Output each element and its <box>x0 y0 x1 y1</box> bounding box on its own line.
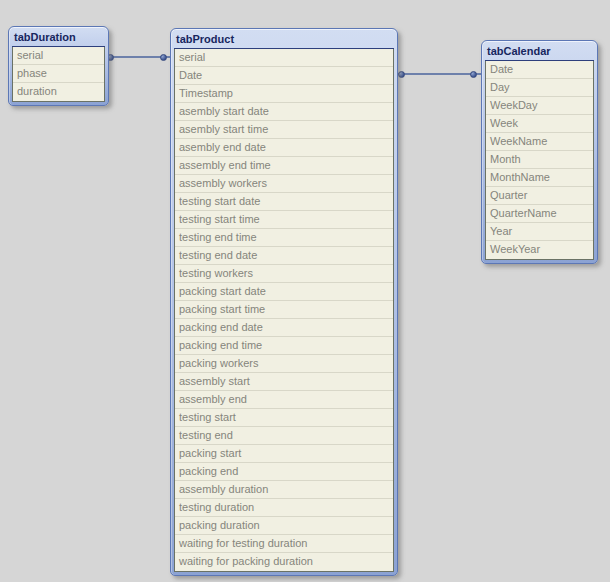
field-row[interactable]: assembly duration <box>175 481 393 499</box>
field-row[interactable]: assembly end time <box>175 157 393 175</box>
field-row[interactable]: WeekName <box>486 133 593 151</box>
field-row[interactable]: WeekDay <box>486 97 593 115</box>
field-row[interactable]: Timestamp <box>175 85 393 103</box>
field-row[interactable]: waiting for testing duration <box>175 535 393 553</box>
field-row[interactable]: testing end date <box>175 247 393 265</box>
field-row[interactable]: assembly workers <box>175 175 393 193</box>
field-row[interactable]: Year <box>486 223 593 241</box>
connector-line-date <box>398 73 481 75</box>
field-row[interactable]: QuarterName <box>486 205 593 223</box>
table-window-tabduration[interactable]: tabDuration serial phase duration <box>8 26 109 106</box>
field-row[interactable]: Date <box>175 67 393 85</box>
field-row[interactable]: serial <box>13 47 104 65</box>
field-row[interactable]: phase <box>13 65 104 83</box>
table-window-tabcalendar[interactable]: tabCalendar Date Day WeekDay Week WeekNa… <box>481 40 598 264</box>
field-list-tabduration: serial phase duration <box>12 47 105 102</box>
field-row[interactable]: MonthName <box>486 169 593 187</box>
field-row[interactable]: packing start date <box>175 283 393 301</box>
field-row[interactable]: assembly end <box>175 391 393 409</box>
field-row[interactable]: asembly start time <box>175 121 393 139</box>
field-row[interactable]: testing end time <box>175 229 393 247</box>
field-row[interactable]: Day <box>486 79 593 97</box>
connector-endpoint-icon <box>470 71 477 78</box>
field-row[interactable]: Month <box>486 151 593 169</box>
field-row[interactable]: packing workers <box>175 355 393 373</box>
field-row[interactable]: duration <box>13 83 104 101</box>
connector-endpoint-icon <box>160 54 167 61</box>
field-row[interactable]: asembly start date <box>175 103 393 121</box>
field-row[interactable]: packing end date <box>175 319 393 337</box>
field-row[interactable]: packing start time <box>175 301 393 319</box>
field-row[interactable]: packing end time <box>175 337 393 355</box>
field-row[interactable]: Week <box>486 115 593 133</box>
field-row[interactable]: testing start time <box>175 211 393 229</box>
field-row[interactable]: assembly start <box>175 373 393 391</box>
field-row[interactable]: Date <box>486 61 593 79</box>
field-row[interactable]: WeekYear <box>486 241 593 259</box>
field-row[interactable]: asembly end date <box>175 139 393 157</box>
table-title-tabproduct[interactable]: tabProduct <box>174 31 394 49</box>
field-row[interactable]: packing duration <box>175 517 393 535</box>
field-row[interactable]: testing workers <box>175 265 393 283</box>
connector-endpoint-icon <box>398 71 405 78</box>
field-row[interactable]: waiting for packing duration <box>175 553 393 571</box>
data-model-canvas: tabDuration serial phase duration tabPro… <box>0 0 610 582</box>
field-row[interactable]: testing end <box>175 427 393 445</box>
field-row[interactable]: packing end <box>175 463 393 481</box>
field-row[interactable]: packing start <box>175 445 393 463</box>
field-row[interactable]: testing start date <box>175 193 393 211</box>
field-row[interactable]: testing duration <box>175 499 393 517</box>
field-row[interactable]: Quarter <box>486 187 593 205</box>
field-list-tabproduct: serial Date Timestamp asembly start date… <box>174 49 394 572</box>
field-list-tabcalendar: Date Day WeekDay Week WeekName Month Mon… <box>485 61 594 260</box>
field-row[interactable]: serial <box>175 49 393 67</box>
table-title-tabduration[interactable]: tabDuration <box>12 29 105 47</box>
table-window-tabproduct[interactable]: tabProduct serial Date Timestamp asembly… <box>170 28 398 576</box>
field-row[interactable]: testing start <box>175 409 393 427</box>
table-title-tabcalendar[interactable]: tabCalendar <box>485 43 594 61</box>
